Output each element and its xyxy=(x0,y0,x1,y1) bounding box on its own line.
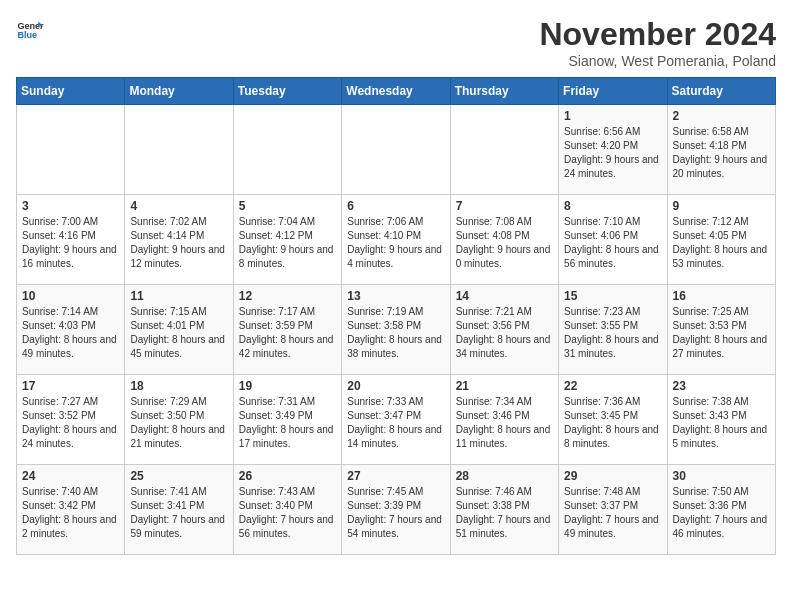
calendar-cell: 13Sunrise: 7:19 AM Sunset: 3:58 PM Dayli… xyxy=(342,285,450,375)
day-info: Sunrise: 7:02 AM Sunset: 4:14 PM Dayligh… xyxy=(130,215,227,271)
calendar-cell: 3Sunrise: 7:00 AM Sunset: 4:16 PM Daylig… xyxy=(17,195,125,285)
calendar-cell xyxy=(125,105,233,195)
title-area: November 2024 Sianow, West Pomerania, Po… xyxy=(539,16,776,69)
day-number: 25 xyxy=(130,469,227,483)
header: General Blue November 2024 Sianow, West … xyxy=(16,16,776,69)
day-info: Sunrise: 7:04 AM Sunset: 4:12 PM Dayligh… xyxy=(239,215,336,271)
week-row-1: 1Sunrise: 6:56 AM Sunset: 4:20 PM Daylig… xyxy=(17,105,776,195)
day-number: 6 xyxy=(347,199,444,213)
day-number: 10 xyxy=(22,289,119,303)
calendar-cell: 25Sunrise: 7:41 AM Sunset: 3:41 PM Dayli… xyxy=(125,465,233,555)
week-row-3: 10Sunrise: 7:14 AM Sunset: 4:03 PM Dayli… xyxy=(17,285,776,375)
calendar-cell xyxy=(233,105,341,195)
day-number: 17 xyxy=(22,379,119,393)
day-info: Sunrise: 7:50 AM Sunset: 3:36 PM Dayligh… xyxy=(673,485,770,541)
day-info: Sunrise: 7:14 AM Sunset: 4:03 PM Dayligh… xyxy=(22,305,119,361)
day-info: Sunrise: 7:36 AM Sunset: 3:45 PM Dayligh… xyxy=(564,395,661,451)
day-header-tuesday: Tuesday xyxy=(233,78,341,105)
logo-icon: General Blue xyxy=(16,16,44,44)
day-info: Sunrise: 7:17 AM Sunset: 3:59 PM Dayligh… xyxy=(239,305,336,361)
day-number: 14 xyxy=(456,289,553,303)
day-info: Sunrise: 7:15 AM Sunset: 4:01 PM Dayligh… xyxy=(130,305,227,361)
day-info: Sunrise: 7:45 AM Sunset: 3:39 PM Dayligh… xyxy=(347,485,444,541)
calendar-cell: 16Sunrise: 7:25 AM Sunset: 3:53 PM Dayli… xyxy=(667,285,775,375)
day-number: 12 xyxy=(239,289,336,303)
days-header-row: SundayMondayTuesdayWednesdayThursdayFrid… xyxy=(17,78,776,105)
day-number: 9 xyxy=(673,199,770,213)
calendar-cell xyxy=(450,105,558,195)
calendar-cell: 15Sunrise: 7:23 AM Sunset: 3:55 PM Dayli… xyxy=(559,285,667,375)
calendar-cell: 12Sunrise: 7:17 AM Sunset: 3:59 PM Dayli… xyxy=(233,285,341,375)
day-number: 4 xyxy=(130,199,227,213)
day-number: 23 xyxy=(673,379,770,393)
day-info: Sunrise: 7:19 AM Sunset: 3:58 PM Dayligh… xyxy=(347,305,444,361)
day-number: 21 xyxy=(456,379,553,393)
day-info: Sunrise: 7:23 AM Sunset: 3:55 PM Dayligh… xyxy=(564,305,661,361)
day-number: 2 xyxy=(673,109,770,123)
day-info: Sunrise: 7:48 AM Sunset: 3:37 PM Dayligh… xyxy=(564,485,661,541)
calendar-cell: 2Sunrise: 6:58 AM Sunset: 4:18 PM Daylig… xyxy=(667,105,775,195)
day-number: 18 xyxy=(130,379,227,393)
day-info: Sunrise: 7:00 AM Sunset: 4:16 PM Dayligh… xyxy=(22,215,119,271)
calendar-cell: 10Sunrise: 7:14 AM Sunset: 4:03 PM Dayli… xyxy=(17,285,125,375)
svg-text:General: General xyxy=(17,21,44,31)
day-header-wednesday: Wednesday xyxy=(342,78,450,105)
calendar-cell xyxy=(342,105,450,195)
calendar-cell: 11Sunrise: 7:15 AM Sunset: 4:01 PM Dayli… xyxy=(125,285,233,375)
day-number: 8 xyxy=(564,199,661,213)
day-info: Sunrise: 7:27 AM Sunset: 3:52 PM Dayligh… xyxy=(22,395,119,451)
logo: General Blue xyxy=(16,16,44,44)
svg-text:Blue: Blue xyxy=(17,30,37,40)
day-number: 11 xyxy=(130,289,227,303)
calendar-cell: 26Sunrise: 7:43 AM Sunset: 3:40 PM Dayli… xyxy=(233,465,341,555)
week-row-5: 24Sunrise: 7:40 AM Sunset: 3:42 PM Dayli… xyxy=(17,465,776,555)
calendar-cell: 19Sunrise: 7:31 AM Sunset: 3:49 PM Dayli… xyxy=(233,375,341,465)
day-info: Sunrise: 7:12 AM Sunset: 4:05 PM Dayligh… xyxy=(673,215,770,271)
calendar-cell: 4Sunrise: 7:02 AM Sunset: 4:14 PM Daylig… xyxy=(125,195,233,285)
day-number: 3 xyxy=(22,199,119,213)
day-number: 15 xyxy=(564,289,661,303)
calendar-cell: 18Sunrise: 7:29 AM Sunset: 3:50 PM Dayli… xyxy=(125,375,233,465)
calendar-cell: 14Sunrise: 7:21 AM Sunset: 3:56 PM Dayli… xyxy=(450,285,558,375)
calendar-cell: 22Sunrise: 7:36 AM Sunset: 3:45 PM Dayli… xyxy=(559,375,667,465)
day-info: Sunrise: 7:06 AM Sunset: 4:10 PM Dayligh… xyxy=(347,215,444,271)
calendar-cell: 5Sunrise: 7:04 AM Sunset: 4:12 PM Daylig… xyxy=(233,195,341,285)
day-info: Sunrise: 7:29 AM Sunset: 3:50 PM Dayligh… xyxy=(130,395,227,451)
calendar-cell: 7Sunrise: 7:08 AM Sunset: 4:08 PM Daylig… xyxy=(450,195,558,285)
day-header-saturday: Saturday xyxy=(667,78,775,105)
calendar-cell: 24Sunrise: 7:40 AM Sunset: 3:42 PM Dayli… xyxy=(17,465,125,555)
day-header-monday: Monday xyxy=(125,78,233,105)
day-number: 22 xyxy=(564,379,661,393)
day-number: 28 xyxy=(456,469,553,483)
day-info: Sunrise: 7:25 AM Sunset: 3:53 PM Dayligh… xyxy=(673,305,770,361)
day-number: 1 xyxy=(564,109,661,123)
calendar-cell: 27Sunrise: 7:45 AM Sunset: 3:39 PM Dayli… xyxy=(342,465,450,555)
day-info: Sunrise: 7:34 AM Sunset: 3:46 PM Dayligh… xyxy=(456,395,553,451)
day-info: Sunrise: 7:46 AM Sunset: 3:38 PM Dayligh… xyxy=(456,485,553,541)
day-header-friday: Friday xyxy=(559,78,667,105)
day-number: 19 xyxy=(239,379,336,393)
day-info: Sunrise: 7:41 AM Sunset: 3:41 PM Dayligh… xyxy=(130,485,227,541)
calendar-cell: 9Sunrise: 7:12 AM Sunset: 4:05 PM Daylig… xyxy=(667,195,775,285)
day-info: Sunrise: 7:33 AM Sunset: 3:47 PM Dayligh… xyxy=(347,395,444,451)
day-header-sunday: Sunday xyxy=(17,78,125,105)
week-row-4: 17Sunrise: 7:27 AM Sunset: 3:52 PM Dayli… xyxy=(17,375,776,465)
calendar-cell: 20Sunrise: 7:33 AM Sunset: 3:47 PM Dayli… xyxy=(342,375,450,465)
day-number: 7 xyxy=(456,199,553,213)
day-number: 16 xyxy=(673,289,770,303)
calendar-cell: 17Sunrise: 7:27 AM Sunset: 3:52 PM Dayli… xyxy=(17,375,125,465)
month-title: November 2024 xyxy=(539,16,776,53)
day-number: 13 xyxy=(347,289,444,303)
day-number: 5 xyxy=(239,199,336,213)
day-info: Sunrise: 7:08 AM Sunset: 4:08 PM Dayligh… xyxy=(456,215,553,271)
week-row-2: 3Sunrise: 7:00 AM Sunset: 4:16 PM Daylig… xyxy=(17,195,776,285)
day-number: 24 xyxy=(22,469,119,483)
day-number: 26 xyxy=(239,469,336,483)
calendar-cell: 21Sunrise: 7:34 AM Sunset: 3:46 PM Dayli… xyxy=(450,375,558,465)
day-info: Sunrise: 7:10 AM Sunset: 4:06 PM Dayligh… xyxy=(564,215,661,271)
day-info: Sunrise: 7:21 AM Sunset: 3:56 PM Dayligh… xyxy=(456,305,553,361)
day-number: 27 xyxy=(347,469,444,483)
day-info: Sunrise: 7:38 AM Sunset: 3:43 PM Dayligh… xyxy=(673,395,770,451)
calendar-cell: 29Sunrise: 7:48 AM Sunset: 3:37 PM Dayli… xyxy=(559,465,667,555)
day-info: Sunrise: 7:31 AM Sunset: 3:49 PM Dayligh… xyxy=(239,395,336,451)
